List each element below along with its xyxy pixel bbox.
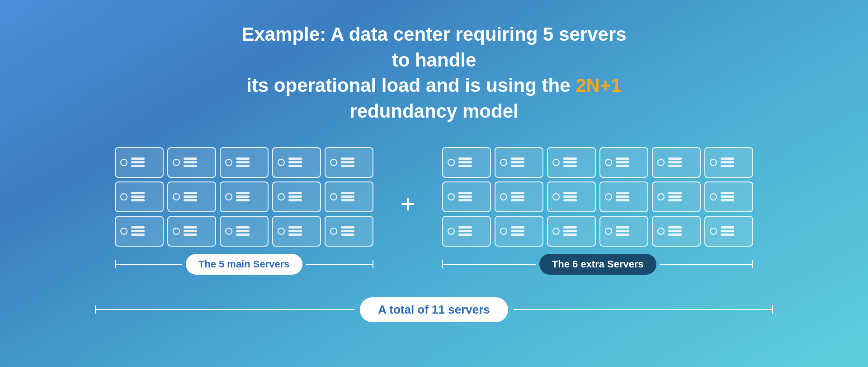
total-servers-label: A total of 11 servers (360, 297, 508, 322)
server-unit (652, 147, 701, 178)
bracket-tick-right (752, 260, 753, 268)
extra-server-group: The 6 extra Servers (442, 147, 753, 275)
plus-sign: + (401, 191, 415, 217)
server-unit (272, 147, 321, 178)
main-container: Example: A data center requiring 5 serve… (0, 0, 868, 367)
server-unit (325, 147, 373, 178)
bracket-line-left (443, 264, 535, 265)
server-unit (599, 216, 648, 247)
server-unit (167, 216, 216, 247)
title-line1: Example: A data center requiring 5 serve… (241, 24, 626, 71)
main-bracket-line: The 5 main Servers (115, 254, 373, 275)
server-unit (442, 216, 491, 247)
extra-bracket-line: The 6 extra Servers (442, 254, 753, 275)
server-unit (442, 181, 491, 212)
extra-servers-label: The 6 extra Servers (539, 254, 656, 275)
main-server-group: The 5 main Servers (115, 147, 373, 275)
server-unit (325, 216, 373, 247)
server-unit (704, 216, 753, 247)
title-block: Example: A data center requiring 5 serve… (231, 22, 637, 124)
server-unit (547, 181, 596, 212)
diagram-area: The 5 main Servers + (36, 147, 832, 322)
bracket-line-right (660, 264, 752, 265)
servers-row: The 5 main Servers + (115, 147, 754, 275)
server-unit (495, 216, 543, 247)
server-unit (167, 147, 216, 178)
bracket-line-left (116, 264, 182, 265)
server-unit (220, 181, 269, 212)
title-line3: redundancy model (349, 100, 518, 122)
total-bracket-h-right (514, 309, 772, 310)
server-unit (599, 181, 648, 212)
server-unit (495, 147, 543, 178)
bracket-tick-right (373, 260, 373, 268)
server-unit (115, 216, 164, 247)
total-bracket-line: A total of 11 servers (95, 297, 773, 322)
server-unit (220, 216, 269, 247)
server-unit (547, 147, 596, 178)
main-server-grid (115, 147, 373, 247)
total-bracket-h-left (96, 309, 354, 310)
server-unit (325, 181, 373, 212)
server-unit (115, 181, 164, 212)
extra-servers-bracket: The 6 extra Servers (442, 254, 753, 275)
server-unit (115, 147, 164, 178)
server-unit (167, 181, 216, 212)
server-unit (652, 181, 701, 212)
server-unit (652, 216, 701, 247)
title-line2: its operational load and is using the (246, 75, 576, 96)
title-highlight: 2N+1 (576, 75, 622, 96)
total-bracket-area: A total of 11 servers (95, 297, 773, 322)
total-bracket-tick-right (772, 305, 773, 314)
main-servers-bracket: The 5 main Servers (115, 254, 373, 275)
server-unit (547, 216, 596, 247)
bracket-line-right (306, 264, 373, 265)
server-unit (704, 181, 753, 212)
server-unit (220, 147, 269, 178)
server-unit (495, 181, 543, 212)
extra-server-grid (442, 147, 753, 247)
server-unit (704, 147, 753, 178)
server-unit (599, 147, 648, 178)
server-unit (272, 181, 321, 212)
main-servers-label: The 5 main Servers (186, 254, 302, 275)
server-unit (442, 147, 491, 178)
server-unit (272, 216, 321, 247)
